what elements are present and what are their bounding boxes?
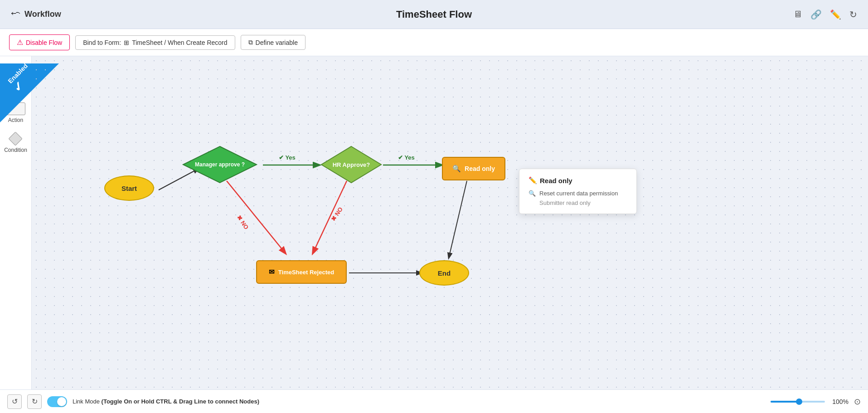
tooltip-row2: Submitter read only	[539, 199, 627, 206]
hr-label: HR Approve?	[333, 161, 370, 168]
tooltip-pencil-icon: ✏️	[529, 176, 537, 185]
zoom-area: 100% ⊙	[771, 397, 861, 407]
flow-connections: ✔ Yes ✔ Yes ✖ NO ✖ NO	[32, 56, 868, 389]
svg-line-5	[227, 181, 286, 253]
header: ⬿ Workflow TimeSheet Flow 🖥 🔗 ✏️ ↻	[0, 0, 868, 29]
tooltip-row1-label: Reset current data permission	[539, 190, 618, 197]
monitor-icon[interactable]: 🖥	[793, 9, 802, 19]
manager-node[interactable]: Manager approve ?	[181, 145, 258, 185]
toolbar: ⚠ Disable Flow Bind to Form: ⊞ TimeSheet…	[0, 29, 868, 56]
tooltip-row1: 🔍 Reset current data permission	[529, 190, 627, 197]
end-node[interactable]: End	[419, 260, 469, 286]
tooltip-search-icon: 🔍	[529, 190, 536, 197]
header-icons: 🖥 🔗 ✏️ ↻	[793, 9, 857, 20]
zoom-percentage: 100%	[830, 398, 849, 405]
tooltip-title: ✏️ Read only	[529, 176, 627, 185]
target-icon[interactable]: ⊙	[854, 397, 861, 407]
undo-icon: ↺	[12, 397, 18, 406]
disable-flow-label: Disable Flow	[26, 39, 62, 46]
define-variable-button[interactable]: ⧉ Define variable	[241, 35, 305, 50]
start-label: Start	[121, 185, 137, 192]
toggle-knob	[57, 397, 66, 406]
rejected-node[interactable]: ✉ TimeSheet Rejected	[256, 260, 347, 284]
readonly-icon: 🔍	[452, 165, 461, 173]
svg-text:✖ NO: ✖ NO	[330, 206, 344, 223]
warning-icon: ⚠	[17, 38, 23, 47]
variable-icon: ⧉	[248, 39, 253, 46]
bottombar: ↺ ↻ Link Mode (Toggle On or Hold CTRL & …	[0, 389, 868, 413]
svg-line-7	[313, 181, 347, 253]
redo-icon: ↻	[32, 397, 38, 406]
zoom-slider[interactable]	[771, 401, 825, 403]
zoom-slider-thumb	[796, 398, 802, 405]
bind-label: Bind to Form:	[83, 39, 121, 46]
readonly-node[interactable]: 🔍 Read only	[442, 157, 505, 180]
readonly-label: Read only	[465, 165, 495, 172]
svg-text:✖ NO: ✖ NO	[236, 214, 250, 231]
node-tooltip: ✏️ Read only 🔍 Reset current data permis…	[519, 169, 637, 214]
rejected-icon: ✉	[269, 268, 275, 276]
main-area: Enabled ✓ ⬿→ Action Condition	[0, 56, 868, 389]
manager-label: Manager approve ?	[195, 161, 245, 168]
refresh-icon[interactable]: ↻	[849, 9, 857, 20]
back-icon[interactable]: ⬿	[11, 9, 20, 19]
link-mode-toggle[interactable]	[47, 396, 67, 407]
edit-icon[interactable]: ✏️	[830, 9, 841, 20]
link-mode-label: Link Mode (Toggle On or Hold CTRL & Drag…	[73, 398, 259, 405]
page-title: TimeSheet Flow	[396, 9, 472, 20]
define-variable-label: Define variable	[256, 39, 298, 46]
svg-text:✔ Yes: ✔ Yes	[398, 154, 415, 161]
sidebar-item-condition[interactable]: Condition	[4, 132, 27, 153]
bind-form-value: TimeSheet / When Create Record	[132, 39, 227, 46]
share-icon[interactable]: 🔗	[810, 9, 822, 20]
end-label: End	[438, 269, 451, 277]
sidebar: Enabled ✓ ⬿→ Action Condition	[0, 56, 32, 389]
start-node[interactable]: Start	[104, 175, 154, 201]
rejected-label: TimeSheet Rejected	[278, 269, 334, 276]
workflow-label: Workflow	[24, 10, 61, 19]
disable-flow-button[interactable]: ⚠ Disable Flow	[9, 34, 70, 50]
header-left: ⬿ Workflow	[11, 9, 61, 19]
condition-label: Condition	[4, 147, 27, 153]
condition-diamond-icon	[9, 131, 23, 146]
flow-canvas[interactable]: ✔ Yes ✔ Yes ✖ NO ✖ NO Start Manager appr	[32, 56, 868, 389]
hr-node[interactable]: HR Approve?	[320, 145, 383, 185]
table-icon: ⊞	[124, 39, 129, 46]
condition-icon-wrap	[6, 132, 25, 145]
zoom-slider-fill	[771, 401, 798, 403]
bind-form-button[interactable]: Bind to Form: ⊞ TimeSheet / When Create …	[75, 35, 235, 50]
undo-button[interactable]: ↺	[7, 394, 22, 409]
svg-text:✔ Yes: ✔ Yes	[279, 154, 296, 161]
link-mode-toggle-wrap	[47, 396, 67, 407]
svg-line-10	[449, 181, 467, 258]
redo-button[interactable]: ↻	[27, 394, 42, 409]
